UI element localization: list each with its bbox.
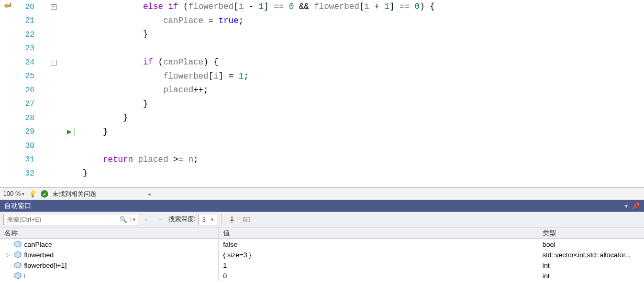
code-editor[interactable]: 20− else if (flowerbed[i - 1] == 0 && fl… <box>0 0 644 188</box>
autos-cell-type: std::vector<int,std::allocator... <box>538 249 644 260</box>
editor-status-bar: 100 % ▾ 💡 ✓ 未找到相关问题 ◂ <box>0 188 644 200</box>
autos-cell-name[interactable]: ▷flowerbed <box>0 249 219 260</box>
search-icon[interactable]: 🔍 <box>116 216 130 223</box>
search-depth-select[interactable]: 3 ▾ <box>198 214 217 225</box>
autos-search-input[interactable] <box>4 216 116 223</box>
search-depth-value: 3 <box>202 216 206 223</box>
variable-icon <box>14 250 22 259</box>
pin-column-icon[interactable] <box>226 214 238 225</box>
variable-icon <box>14 261 22 269</box>
fold-gutter[interactable]: − <box>46 60 61 65</box>
code-line[interactable]: 26 placed++; <box>0 83 644 97</box>
line-number: 32 <box>15 169 46 178</box>
header-value[interactable]: 值 <box>219 227 538 238</box>
line-number: 21 <box>15 16 46 25</box>
code-text[interactable]: } <box>83 30 148 39</box>
chevron-down-icon: ▾ <box>22 191 25 196</box>
window-options-icon[interactable]: ▾ <box>625 202 628 210</box>
autos-cell-type: bool <box>538 239 644 249</box>
code-text[interactable]: } <box>83 100 148 109</box>
expand-icon[interactable]: ▷ <box>4 252 12 258</box>
fold-gutter[interactable]: − <box>46 4 61 10</box>
autos-panel-title: 自动窗口 <box>4 201 31 211</box>
exec-gutter: ▶| <box>61 127 83 137</box>
line-number: 29 <box>15 127 46 136</box>
code-text[interactable]: else if (flowerbed[i - 1] == 0 && flower… <box>83 2 435 12</box>
code-line[interactable]: 24− if (canPlace) { <box>0 56 644 70</box>
line-number: 22 <box>15 30 46 39</box>
autos-toolbar: 🔍 ▾ ← → 搜索深度: 3 ▾ ab <box>0 212 644 227</box>
chevron-down-icon: ▾ <box>211 217 214 222</box>
svg-marker-2 <box>15 241 21 247</box>
line-number: 28 <box>15 114 46 123</box>
line-number: 30 <box>15 141 46 150</box>
toolbar-separator <box>221 214 222 225</box>
autos-cell-name[interactable]: i <box>0 270 219 281</box>
line-number: 25 <box>15 72 46 81</box>
autos-cell-value[interactable]: false <box>219 239 538 249</box>
line-number: 24 <box>15 58 46 67</box>
autos-cell-type: int <box>538 260 644 270</box>
variable-icon <box>14 240 22 248</box>
autos-cell-type: int <box>538 270 644 281</box>
code-line[interactable]: 25 flowerbed[i] = 1; <box>0 70 644 84</box>
autos-row[interactable]: i0int <box>0 270 644 281</box>
string-view-icon[interactable]: ab <box>241 214 252 225</box>
check-circle-icon: ✓ <box>41 190 48 198</box>
autos-cell-name[interactable]: canPlace <box>0 239 219 249</box>
svg-marker-5 <box>15 272 21 279</box>
nav-forward-icon[interactable]: → <box>155 216 165 223</box>
autos-grid[interactable]: 名称 值 类型 canPlacefalsebool▷flowerbed{ siz… <box>0 227 644 284</box>
code-text[interactable]: canPlace = true; <box>83 16 243 26</box>
autos-row[interactable]: flowerbed[i+1]1int <box>0 260 644 270</box>
code-text[interactable]: if (canPlace) { <box>83 58 218 67</box>
autos-panel-header[interactable]: 自动窗口 ▾ 📌 <box>0 200 644 212</box>
exec-pointer-icon: ▶| <box>67 128 76 137</box>
code-text[interactable]: flowerbed[i] = 1; <box>83 72 249 81</box>
svg-marker-3 <box>15 252 21 258</box>
lightbulb-icon[interactable]: 💡 <box>29 190 37 198</box>
nav-back-icon[interactable]: ← <box>141 216 152 223</box>
fold-collapse-icon[interactable]: − <box>51 4 57 10</box>
code-line[interactable]: 22 } <box>0 28 644 42</box>
variable-icon <box>14 271 22 280</box>
header-type[interactable]: 类型 <box>538 227 644 238</box>
chevron-down-icon[interactable]: ▾ <box>130 217 138 222</box>
autos-var-name: flowerbed <box>24 251 53 259</box>
autos-search-box[interactable]: 🔍 ▾ <box>3 214 138 225</box>
autos-var-name: flowerbed[i+1] <box>24 261 66 269</box>
autos-grid-header: 名称 值 类型 <box>0 227 644 239</box>
code-line[interactable]: 20− else if (flowerbed[i - 1] == 0 && fl… <box>0 0 644 14</box>
line-number: 20 <box>15 3 46 12</box>
code-line[interactable]: 31 return placed >= n; <box>0 153 644 167</box>
code-line[interactable]: 32} <box>0 167 644 181</box>
header-name[interactable]: 名称 <box>0 227 219 238</box>
autos-cell-value[interactable]: { size=3 } <box>219 249 538 260</box>
loading-icon: ◂ <box>148 191 151 198</box>
return-arrow-icon <box>0 2 15 12</box>
code-line[interactable]: 23 <box>0 42 644 56</box>
pin-icon[interactable]: 📌 <box>632 202 640 210</box>
line-number: 26 <box>15 86 46 95</box>
code-text[interactable]: } <box>83 113 128 123</box>
code-line[interactable]: 30 <box>0 139 644 153</box>
code-line[interactable]: 28 } <box>0 111 644 125</box>
svg-marker-4 <box>15 262 21 268</box>
issues-text: 未找到相关问题 <box>52 190 96 199</box>
code-text[interactable]: } <box>83 127 108 137</box>
fold-collapse-icon[interactable]: − <box>51 60 57 65</box>
autos-row[interactable]: ▷flowerbed{ size=3 }std::vector<int,std:… <box>0 249 644 260</box>
autos-cell-value[interactable]: 0 <box>219 270 538 281</box>
line-number: 23 <box>15 44 46 53</box>
zoom-level[interactable]: 100 % ▾ <box>3 190 25 198</box>
code-text[interactable]: placed++; <box>83 85 208 95</box>
code-line[interactable]: 29▶| } <box>0 125 644 139</box>
code-line[interactable]: 27 } <box>0 97 644 112</box>
code-text[interactable]: } <box>83 169 88 178</box>
autos-cell-name[interactable]: flowerbed[i+1] <box>0 260 219 270</box>
autos-var-name: canPlace <box>24 241 52 248</box>
autos-cell-value[interactable]: 1 <box>219 260 538 270</box>
autos-row[interactable]: canPlacefalsebool <box>0 239 644 249</box>
code-text[interactable]: return placed >= n; <box>83 155 198 165</box>
code-line[interactable]: 21 canPlace = true; <box>0 14 644 28</box>
